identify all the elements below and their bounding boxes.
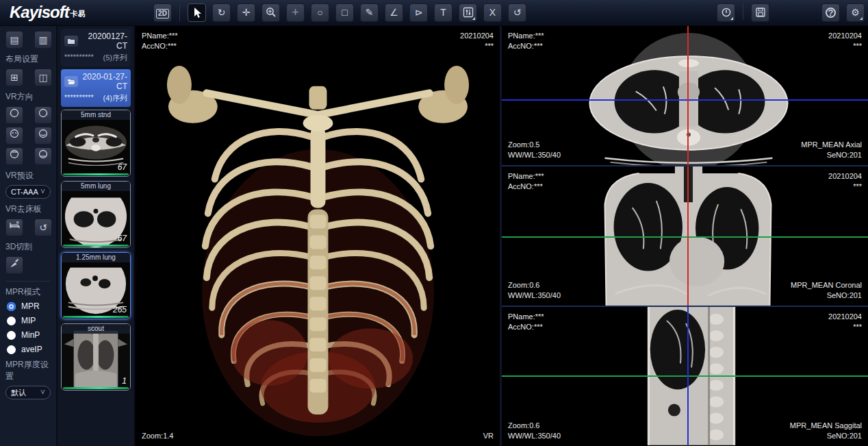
bed-remove-icon — [9, 220, 21, 231]
vr-rendering-ribcage — [136, 26, 500, 445]
crosshair-vertical-red[interactable] — [687, 166, 689, 306]
study-item[interactable]: 20200127-CT ********** (5)序列 — [61, 29, 131, 66]
crosshair-vertical-red[interactable] — [687, 26, 689, 165]
crosshair-horizontal-green[interactable] — [502, 236, 868, 238]
scalpel-button[interactable] — [5, 256, 23, 274]
save-button[interactable] — [751, 3, 769, 22]
mpr-zoom: Zoom:0.6 — [508, 280, 561, 290]
chevron-down-icon: ˅ — [40, 386, 45, 399]
tool-strip-right: ? ⚙ — [821, 3, 865, 22]
vr-direction-right-button[interactable] — [34, 106, 52, 124]
2d-view-button[interactable]: 2D — [153, 3, 172, 22]
vr-preset-select[interactable]: CT-AAA ˅ — [5, 185, 51, 199]
radio-minp[interactable]: MinP — [7, 330, 56, 340]
vr-viewport[interactable]: PName:*** AccNO:*** 20210204 *** Zoom:1.… — [136, 26, 502, 446]
layout-b-icon: ▥ — [38, 34, 47, 45]
help-icon: ? — [826, 8, 836, 18]
crosshair-horizontal-blue[interactable] — [502, 99, 868, 101]
reset-view-button[interactable]: ↺ — [508, 3, 526, 22]
pointer-tool-button[interactable] — [188, 3, 206, 22]
text-annotation-button[interactable]: T — [434, 3, 452, 22]
bed-reset-icon: ↺ — [39, 222, 47, 233]
thumbnail-image-count: 67 — [118, 234, 127, 243]
mpr-seno: SeNO:201 — [791, 290, 862, 301]
series-thumbnail[interactable]: scout 1 — [61, 323, 131, 391]
mpr-sagittal-viewport[interactable]: PName:*** AccNO:*** 20210204 *** Zoom:0.… — [502, 307, 868, 446]
layout-right-panel-button[interactable]: ◫ — [34, 69, 52, 86]
layout-settings-label: 布局设置 — [5, 53, 56, 65]
radio-label: MPR — [21, 301, 40, 311]
layout-right-icon: ◫ — [38, 72, 47, 83]
zoom-tool-button[interactable] — [261, 3, 280, 22]
rotate-3d-tool-button[interactable]: ↻ — [212, 3, 231, 22]
vr-direction-top-button[interactable] — [5, 147, 23, 165]
window-level-button[interactable] — [459, 3, 477, 22]
thumbnail-label: 5mm stnd — [62, 110, 130, 120]
vr-accno: AccNO:*** — [142, 41, 178, 51]
chevron-down-icon: ˅ — [40, 186, 45, 198]
vr-direction-bottom-button[interactable] — [34, 147, 52, 165]
measure-angle-button[interactable]: ∠ — [385, 3, 403, 22]
remove-bed-button[interactable] — [5, 219, 23, 236]
thumbnail-label: 1.25mm lung — [62, 253, 130, 262]
power-button[interactable] — [717, 3, 735, 22]
3d-cut-label: 3D切割 — [5, 241, 56, 253]
layout-grid-button[interactable]: ⊞ — [5, 69, 23, 86]
crosshair-horizontal-green[interactable] — [502, 375, 868, 377]
angle-icon: ∠ — [390, 7, 398, 18]
vr-direction-front-button[interactable] — [5, 127, 23, 145]
layout-a-icon: ▤ — [10, 34, 18, 45]
pan-tool-button[interactable]: ✛ — [237, 3, 255, 22]
settings-button[interactable]: ⚙ — [846, 3, 865, 22]
mpr-axial-viewport[interactable]: PName:*** AccNO:*** 20210204 *** Zoom:0.… — [502, 26, 868, 166]
vr-mode-overlay: VR — [483, 431, 494, 441]
delete-annotation-button[interactable]: X — [483, 3, 502, 22]
measure-line-button[interactable]: ✎ — [360, 3, 379, 22]
tool-strip-secondary — [717, 3, 769, 22]
mpr-series-overlay: MPR_MEAN Saggital SeNO:201 — [790, 421, 862, 441]
crosshair-vertical-blue[interactable] — [687, 307, 689, 446]
mpr-patient-overlay: PName:*** AccNO:*** — [508, 312, 544, 332]
vr-direction-left-button[interactable] — [5, 106, 23, 124]
mpr-view-name: MPR_MEAN Saggital — [790, 421, 862, 431]
help-button[interactable]: ? — [821, 3, 840, 22]
crosshair-tool-button[interactable]: + — [286, 3, 305, 22]
pan-icon: ✛ — [242, 7, 251, 18]
mpr-thickness-select[interactable]: 默认 ˅ — [5, 386, 51, 399]
mpr-date-overlay: 20210204 *** — [828, 171, 862, 192]
restore-bed-button[interactable]: ↺ — [34, 219, 52, 236]
series-thumbnail-selected[interactable]: 1.25mm lung 265 — [61, 252, 131, 319]
mpr-stars: *** — [828, 322, 862, 332]
series-panel: 20200127-CT ********** (5)序列 2020-01-27-… — [58, 26, 136, 446]
mpr-coronal-viewport[interactable]: PName:*** AccNO:*** 20210204 *** Zoom:0.… — [502, 166, 868, 307]
mpr-pname: PName:*** — [508, 171, 544, 182]
vr-patient-overlay: PName:*** AccNO:*** — [142, 31, 178, 51]
thumbnail-label: scout — [62, 324, 130, 334]
pencil-icon: ✎ — [366, 7, 374, 18]
toolbar-separator — [743, 3, 743, 20]
mpr-zoom-overlay: Zoom:0.5 WW/WL:350/40 — [508, 140, 561, 160]
series-thumbnail[interactable]: 5mm stnd 67 — [61, 110, 131, 177]
ellipse-roi-button[interactable]: ○ — [311, 3, 329, 22]
layout-preset-b-button[interactable]: ▥ — [34, 31, 52, 49]
mpr-view-name: MPR_MEAN Axial — [801, 140, 862, 150]
mpr-stars: *** — [828, 41, 862, 51]
mpr-date-overlay: 20210204 *** — [828, 31, 862, 51]
study-patient-masked: ********** — [64, 93, 94, 103]
series-thumbnail[interactable]: 5mm lung 67 — [61, 181, 131, 248]
vr-zoom: Zoom:1.4 — [142, 431, 173, 441]
thumbnail-label: 5mm lung — [62, 182, 130, 191]
radio-mpr[interactable]: MPR — [7, 301, 56, 311]
rect-roi-button[interactable]: □ — [335, 3, 354, 22]
study-item-selected[interactable]: 2020-01-27-CT ********** (4)序列 — [61, 69, 131, 107]
rotate-3d-icon: ↻ — [218, 7, 226, 18]
thumbnail-progress-bar — [63, 316, 129, 318]
vr-direction-back-button[interactable] — [34, 127, 52, 145]
layout-preset-a-button[interactable]: ▤ — [5, 31, 23, 49]
radio-aveip[interactable]: aveIP — [7, 345, 56, 354]
main-content: ▤ ▥ 布局设置 ⊞ ◫ VR方向 VR预设 C — [0, 26, 868, 446]
cobb-angle-button[interactable]: ⊳ — [409, 3, 428, 22]
radio-mip[interactable]: MIP — [7, 316, 56, 325]
mpr-zoom-overlay: Zoom:0.6 WW/WL:350/40 — [508, 280, 561, 301]
mpr-pname: PName:*** — [508, 31, 544, 41]
